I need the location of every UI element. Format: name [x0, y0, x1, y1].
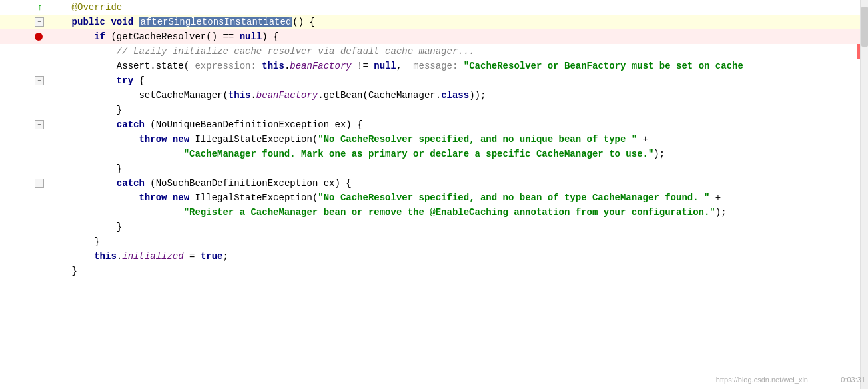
- breakpoint-dot[interactable]: [35, 33, 43, 41]
- code-line-3: if (getCacheResolver() == null) {: [0, 29, 868, 44]
- plain-token: setCacheManager(: [139, 90, 228, 101]
- indent-token: [49, 119, 117, 130]
- indent-token: [49, 149, 184, 159]
- line-content-10: throw new IllegalStateException("No Cach…: [47, 132, 868, 147]
- gutter-19: [0, 264, 47, 278]
- scrollbar-thumb[interactable]: [861, 7, 868, 47]
- plain-token: +: [709, 193, 721, 203]
- error-stripe: [857, 44, 860, 59]
- indent-token: [49, 193, 139, 203]
- plain-token: IllegalStateException(: [189, 193, 318, 203]
- plain-token: }: [117, 105, 122, 115]
- annotation-token: @Override: [72, 2, 123, 13]
- param-label-token: message:: [413, 61, 458, 71]
- param-label-token: expression:: [189, 61, 256, 71]
- plain-token: IllegalStateException(: [189, 134, 318, 145]
- scrollbar[interactable]: [860, 0, 868, 389]
- indent-token: [49, 17, 72, 27]
- string-token: "No CacheResolver specified, and no bean…: [318, 193, 709, 203]
- code-line-11: "CacheManager found. Mark one as primary…: [0, 147, 868, 161]
- plain-token: ,: [396, 61, 413, 71]
- fold-icon[interactable]: −: [35, 17, 44, 27]
- line-content-4: // Lazily initialize cache resolver via …: [47, 44, 868, 59]
- line-content-14: throw new IllegalStateException("No Cach…: [47, 191, 868, 205]
- gutter-18: [0, 249, 47, 264]
- keyword-token: throw: [139, 193, 167, 203]
- indent-token: [49, 31, 94, 42]
- line-content-8: }: [47, 103, 868, 117]
- indent-token: [49, 2, 72, 13]
- indent-token: [49, 222, 117, 232]
- line-content-1: @Override: [47, 0, 868, 15]
- fold-icon[interactable]: −: [35, 76, 44, 85]
- code-line-19: }: [0, 264, 868, 278]
- keyword-token: catch: [117, 119, 145, 130]
- plain-token: (getCacheResolver() ==: [105, 31, 240, 42]
- code-line-7: setCacheManager(this.beanFactory.getBean…: [0, 88, 868, 103]
- gutter-14: [0, 191, 47, 205]
- keyword-token: null: [240, 31, 262, 42]
- code-line-15: "Register a CacheManager bean or remove …: [0, 205, 868, 220]
- plain-token: [458, 61, 463, 71]
- gutter-1: ↑: [0, 0, 47, 15]
- plain-token: .: [117, 251, 122, 262]
- plain-token: =: [184, 251, 201, 262]
- field-token: initialized: [122, 251, 183, 262]
- indent-token: [49, 163, 117, 174]
- plain-token: [167, 193, 172, 203]
- line-content-13: catch (NoSuchBeanDefinitionException ex)…: [47, 176, 868, 191]
- plain-token: (NoUniqueBeanDefinitionException ex) {: [145, 119, 363, 130]
- keyword-token: throw: [139, 134, 167, 145]
- code-line-4: // Lazily initialize cache resolver via …: [0, 44, 868, 59]
- lines-container: ↑ @Override− public void afterSingletons…: [0, 0, 868, 278]
- line-content-17: }: [47, 234, 868, 249]
- gutter-9: −: [0, 117, 47, 132]
- code-line-12: }: [0, 161, 868, 176]
- indent-token: [49, 236, 94, 247]
- keyword-token: catch: [117, 178, 145, 189]
- indent-token: [49, 61, 117, 71]
- indent-token: [49, 75, 117, 86]
- this-keyword-token: this: [228, 90, 251, 101]
- indent-token: [49, 178, 117, 189]
- gutter-2: −: [0, 15, 47, 29]
- plain-token: .: [250, 90, 256, 101]
- string-token: "No CacheResolver specified, and no uniq…: [318, 134, 637, 145]
- bottom-info: 0:03:31: [841, 376, 865, 384]
- line-content-16: }: [47, 220, 868, 234]
- gutter-4: [0, 44, 47, 59]
- line-content-2: public void afterSingletonsInstantiated(…: [47, 15, 868, 29]
- indent-token: [49, 266, 72, 276]
- gutter-6: −: [0, 73, 47, 88]
- keyword-token: try: [117, 75, 133, 86]
- string-token: "CacheManager found. Mark one as primary…: [184, 149, 654, 159]
- gutter-3: [0, 29, 47, 44]
- plain-token: +: [637, 134, 648, 145]
- this-keyword-token: this: [94, 251, 117, 262]
- this-keyword-token: this: [262, 61, 284, 71]
- line-content-18: this.initialized = true;: [47, 249, 868, 264]
- editor-container: ↑ @Override− public void afterSingletons…: [0, 0, 868, 389]
- keyword-token: new: [173, 134, 189, 145]
- watermark: https://blog.csdn.net/wei_xin: [716, 376, 808, 384]
- keyword-token: class: [441, 90, 469, 101]
- line-content-15: "Register a CacheManager bean or remove …: [47, 205, 868, 220]
- fold-icon[interactable]: −: [35, 179, 44, 188]
- plain-token: }: [117, 222, 122, 232]
- code-line-9: − catch (NoUniqueBeanDefinitionException…: [0, 117, 868, 132]
- plain-token: Assert.state(: [117, 61, 189, 71]
- plain-token: ));: [469, 90, 486, 101]
- gutter-10: [0, 132, 47, 147]
- plain-token: );: [715, 207, 727, 218]
- code-line-18: this.initialized = true;: [0, 249, 868, 264]
- code-line-1: ↑ @Override: [0, 0, 868, 15]
- fold-icon[interactable]: −: [35, 120, 44, 129]
- code-line-16: }: [0, 220, 868, 234]
- keyword-token: null: [374, 61, 396, 71]
- plain-token: }: [117, 163, 122, 174]
- line-content-11: "CacheManager found. Mark one as primary…: [47, 147, 868, 161]
- plain-token: () {: [292, 17, 315, 27]
- indent-token: [49, 90, 139, 101]
- field-token: beanFactory: [290, 61, 351, 71]
- code-line-5: Assert.state( expression: this.beanFacto…: [0, 59, 868, 73]
